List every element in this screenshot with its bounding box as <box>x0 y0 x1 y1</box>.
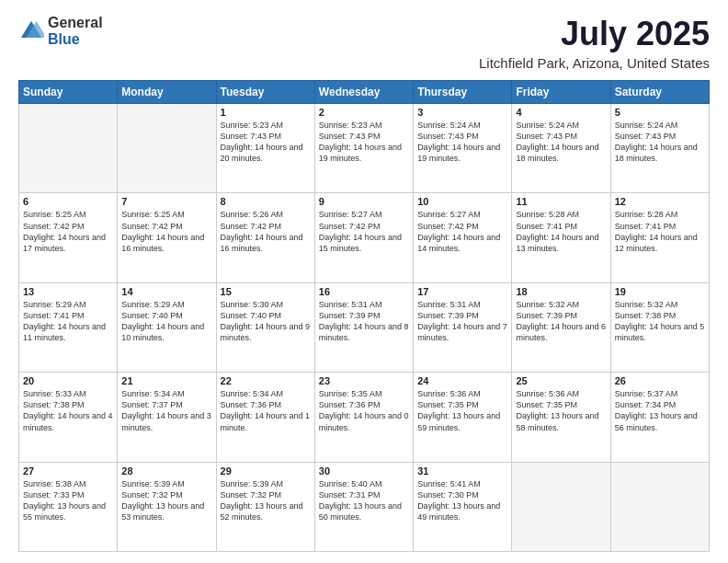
day-number: 27 <box>23 465 113 477</box>
calendar-cell: 11Sunrise: 5:28 AM Sunset: 7:41 PM Dayli… <box>512 193 610 282</box>
calendar-cell: 29Sunrise: 5:39 AM Sunset: 7:32 PM Dayli… <box>216 462 314 551</box>
day-number: 7 <box>121 196 211 207</box>
weekday-header-friday: Friday <box>512 81 610 104</box>
calendar-cell: 25Sunrise: 5:36 AM Sunset: 7:35 PM Dayli… <box>512 373 610 462</box>
title-block: July 2025 Litchfield Park, Arizona, Unit… <box>479 15 710 71</box>
cell-text: Sunrise: 5:35 AM Sunset: 7:36 PM Dayligh… <box>319 388 409 433</box>
cell-text: Sunrise: 5:29 AM Sunset: 7:41 PM Dayligh… <box>23 299 113 344</box>
day-number: 28 <box>121 465 211 477</box>
calendar-table: SundayMondayTuesdayWednesdayThursdayFrid… <box>18 80 710 552</box>
day-number: 17 <box>417 286 507 297</box>
day-number: 10 <box>417 196 507 207</box>
calendar-cell: 4Sunrise: 5:24 AM Sunset: 7:43 PM Daylig… <box>512 104 610 193</box>
cell-text: Sunrise: 5:39 AM Sunset: 7:32 PM Dayligh… <box>121 478 211 523</box>
day-number: 1 <box>221 107 311 118</box>
calendar-cell: 24Sunrise: 5:36 AM Sunset: 7:35 PM Dayli… <box>414 373 512 462</box>
cell-text: Sunrise: 5:26 AM Sunset: 7:42 PM Dayligh… <box>221 209 311 254</box>
calendar-cell: 18Sunrise: 5:32 AM Sunset: 7:39 PM Dayli… <box>512 282 610 372</box>
day-number: 22 <box>221 375 311 386</box>
calendar-cell: 15Sunrise: 5:30 AM Sunset: 7:40 PM Dayli… <box>216 282 314 372</box>
week-row-3: 20Sunrise: 5:33 AM Sunset: 7:38 PM Dayli… <box>19 373 710 462</box>
cell-text: Sunrise: 5:28 AM Sunset: 7:41 PM Dayligh… <box>516 209 606 254</box>
calendar-cell: 16Sunrise: 5:31 AM Sunset: 7:39 PM Dayli… <box>314 282 413 372</box>
day-number: 15 <box>221 286 311 297</box>
day-number: 31 <box>417 465 507 477</box>
calendar-cell: 20Sunrise: 5:33 AM Sunset: 7:38 PM Dayli… <box>19 373 118 462</box>
day-number: 23 <box>319 375 409 386</box>
cell-text: Sunrise: 5:27 AM Sunset: 7:42 PM Dayligh… <box>319 209 409 254</box>
calendar-cell <box>610 462 709 551</box>
cell-text: Sunrise: 5:31 AM Sunset: 7:39 PM Dayligh… <box>417 299 507 344</box>
cell-text: Sunrise: 5:36 AM Sunset: 7:35 PM Dayligh… <box>516 388 606 433</box>
weekday-header-saturday: Saturday <box>610 81 709 104</box>
calendar-cell: 26Sunrise: 5:37 AM Sunset: 7:34 PM Dayli… <box>610 373 709 462</box>
cell-text: Sunrise: 5:27 AM Sunset: 7:42 PM Dayligh… <box>417 209 507 254</box>
calendar-cell: 6Sunrise: 5:25 AM Sunset: 7:42 PM Daylig… <box>19 193 118 282</box>
calendar-cell: 12Sunrise: 5:28 AM Sunset: 7:41 PM Dayli… <box>610 193 709 282</box>
main-title: July 2025 <box>479 15 710 53</box>
day-number: 12 <box>615 196 705 207</box>
cell-text: Sunrise: 5:23 AM Sunset: 7:43 PM Dayligh… <box>221 120 311 165</box>
cell-text: Sunrise: 5:34 AM Sunset: 7:36 PM Dayligh… <box>221 388 311 433</box>
cell-text: Sunrise: 5:29 AM Sunset: 7:40 PM Dayligh… <box>121 299 211 344</box>
cell-text: Sunrise: 5:36 AM Sunset: 7:35 PM Dayligh… <box>417 388 507 433</box>
cell-text: Sunrise: 5:24 AM Sunset: 7:43 PM Dayligh… <box>417 120 507 165</box>
day-number: 26 <box>615 375 705 386</box>
day-number: 2 <box>319 107 409 118</box>
day-number: 29 <box>221 465 311 477</box>
page: General Blue July 2025 Litchfield Park, … <box>0 0 728 563</box>
cell-text: Sunrise: 5:28 AM Sunset: 7:41 PM Dayligh… <box>615 209 705 254</box>
weekday-header-wednesday: Wednesday <box>314 81 413 104</box>
header: General Blue July 2025 Litchfield Park, … <box>18 15 710 71</box>
cell-text: Sunrise: 5:23 AM Sunset: 7:43 PM Dayligh… <box>319 120 409 165</box>
cell-text: Sunrise: 5:40 AM Sunset: 7:31 PM Dayligh… <box>319 478 409 523</box>
cell-text: Sunrise: 5:24 AM Sunset: 7:43 PM Dayligh… <box>516 120 606 165</box>
cell-text: Sunrise: 5:38 AM Sunset: 7:33 PM Dayligh… <box>23 478 113 523</box>
logo: General Blue <box>18 15 103 47</box>
calendar-cell: 19Sunrise: 5:32 AM Sunset: 7:38 PM Dayli… <box>610 282 709 372</box>
logo-blue: Blue <box>48 31 103 48</box>
calendar-cell <box>118 104 216 193</box>
cell-text: Sunrise: 5:34 AM Sunset: 7:37 PM Dayligh… <box>121 388 211 433</box>
day-number: 21 <box>121 375 211 386</box>
week-row-1: 6Sunrise: 5:25 AM Sunset: 7:42 PM Daylig… <box>19 193 710 282</box>
cell-text: Sunrise: 5:30 AM Sunset: 7:40 PM Dayligh… <box>221 299 311 344</box>
day-number: 4 <box>516 107 606 118</box>
day-number: 9 <box>319 196 409 207</box>
calendar-cell: 10Sunrise: 5:27 AM Sunset: 7:42 PM Dayli… <box>414 193 512 282</box>
calendar-cell: 5Sunrise: 5:24 AM Sunset: 7:43 PM Daylig… <box>610 104 709 193</box>
calendar-cell: 28Sunrise: 5:39 AM Sunset: 7:32 PM Dayli… <box>118 462 216 551</box>
cell-text: Sunrise: 5:37 AM Sunset: 7:34 PM Dayligh… <box>615 388 705 433</box>
day-number: 13 <box>23 286 113 297</box>
calendar-cell: 7Sunrise: 5:25 AM Sunset: 7:42 PM Daylig… <box>118 193 216 282</box>
weekday-header-row: SundayMondayTuesdayWednesdayThursdayFrid… <box>19 81 710 104</box>
calendar-cell: 13Sunrise: 5:29 AM Sunset: 7:41 PM Dayli… <box>19 282 118 372</box>
cell-text: Sunrise: 5:31 AM Sunset: 7:39 PM Dayligh… <box>319 299 409 344</box>
day-number: 18 <box>516 286 606 297</box>
day-number: 11 <box>516 196 606 207</box>
calendar-cell: 1Sunrise: 5:23 AM Sunset: 7:43 PM Daylig… <box>216 104 314 193</box>
day-number: 25 <box>516 375 606 386</box>
calendar-cell: 22Sunrise: 5:34 AM Sunset: 7:36 PM Dayli… <box>216 373 314 462</box>
day-number: 5 <box>615 107 705 118</box>
day-number: 14 <box>121 286 211 297</box>
logo-general: General <box>48 15 103 31</box>
cell-text: Sunrise: 5:41 AM Sunset: 7:30 PM Dayligh… <box>417 478 507 523</box>
cell-text: Sunrise: 5:32 AM Sunset: 7:39 PM Dayligh… <box>516 299 606 344</box>
logo-icon <box>18 18 44 44</box>
day-number: 8 <box>221 196 311 207</box>
weekday-header-thursday: Thursday <box>414 81 512 104</box>
day-number: 20 <box>23 375 113 386</box>
logo-text: General Blue <box>48 15 103 47</box>
cell-text: Sunrise: 5:39 AM Sunset: 7:32 PM Dayligh… <box>221 478 311 523</box>
calendar-cell <box>19 104 118 193</box>
calendar-cell: 30Sunrise: 5:40 AM Sunset: 7:31 PM Dayli… <box>314 462 413 551</box>
weekday-header-sunday: Sunday <box>19 81 118 104</box>
week-row-0: 1Sunrise: 5:23 AM Sunset: 7:43 PM Daylig… <box>19 104 710 193</box>
week-row-4: 27Sunrise: 5:38 AM Sunset: 7:33 PM Dayli… <box>19 462 710 551</box>
cell-text: Sunrise: 5:25 AM Sunset: 7:42 PM Dayligh… <box>121 209 211 254</box>
calendar-cell: 23Sunrise: 5:35 AM Sunset: 7:36 PM Dayli… <box>314 373 413 462</box>
calendar-cell: 8Sunrise: 5:26 AM Sunset: 7:42 PM Daylig… <box>216 193 314 282</box>
day-number: 24 <box>417 375 507 386</box>
calendar-cell: 17Sunrise: 5:31 AM Sunset: 7:39 PM Dayli… <box>414 282 512 372</box>
